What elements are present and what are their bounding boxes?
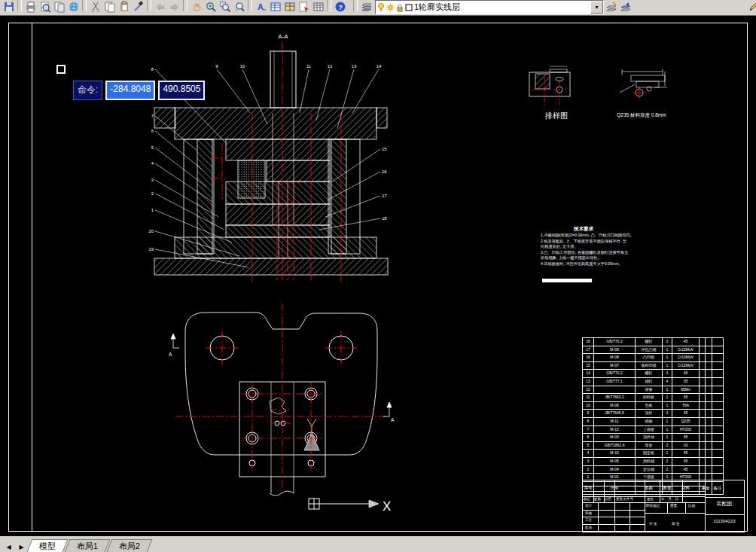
plan-view-drawing[interactable]: A A X <box>169 303 395 514</box>
section-label: A-A <box>278 33 288 40</box>
crosshair-pickbox <box>56 65 66 74</box>
plot-preview-icon[interactable] <box>38 0 52 13</box>
title-block[interactable]: 标记 处数 分区 更改文件号 签名 年、月、日 设计 审核 工艺 批准 阶段标记… <box>582 480 745 532</box>
callout: 15 <box>382 147 387 151</box>
note-line: 3.凸、凹模工作部位, 各紧固螺钉及销钉连接可靠无 <box>541 250 676 256</box>
layer-color-swatch[interactable] <box>405 2 413 13</box>
table-row[interactable]: 7M-12上模座1HT200 <box>583 426 723 435</box>
redo-icon[interactable] <box>167 0 181 13</box>
table-row[interactable]: 14GB/T70.2螺钉345 <box>583 370 723 378</box>
coordinate-y-input[interactable]: 490.8505 <box>158 81 205 100</box>
strip-layout-drawing[interactable]: 排样图 <box>529 66 570 120</box>
callout: 13 <box>352 64 357 69</box>
find-icon[interactable]: A <box>254 0 268 13</box>
table-row[interactable]: 18GB/T70.2螺钉345 <box>583 338 723 346</box>
coordinate-x-input[interactable]: -284.8048 <box>105 81 155 100</box>
match-properties-icon[interactable] <box>131 0 145 13</box>
table-row[interactable]: 10M-06垫板1T8A <box>583 402 723 410</box>
table-row[interactable]: 17M-09冲孔凸模1Cr12MoV <box>583 346 723 355</box>
toolbar-separator <box>353 0 358 11</box>
table-row[interactable]: 15M-07落料凹模1Cr12MoV <box>583 362 723 371</box>
label-mark: 标记 <box>584 497 590 502</box>
layer-freeze-sun-icon[interactable] <box>386 2 395 13</box>
toolbar-separator <box>17 0 22 11</box>
layer-previous-icon[interactable] <box>618 0 633 13</box>
part-material-label: Q235 材料厚度 0.8mm <box>617 112 666 118</box>
plan-centerlines <box>175 303 392 489</box>
layout-tab-bar: ◀ ▶ 模型 布局1 布局2 <box>0 536 756 552</box>
plot-icon[interactable] <box>23 0 38 13</box>
notes-lines: 1.冲裁间隙(双面)Z=0.04mm, 凸、凹模刃口间隙均匀。2.模具装配后, … <box>541 233 676 267</box>
label-sign: 签名 <box>647 497 654 502</box>
pan-icon[interactable] <box>189 0 203 13</box>
table-row[interactable]: 8M-11模柄1Q235 <box>583 418 723 426</box>
label-weight: 重量 <box>670 504 677 508</box>
callout: 10 <box>240 64 245 69</box>
label-check: 审核 <box>585 511 592 516</box>
layer-visibility-bulb-icon[interactable] <box>377 2 385 13</box>
label-design: 设计 <box>585 504 592 508</box>
table-row[interactable]: 4M-10固定板145 <box>583 450 723 458</box>
label-scale: 比例 <box>688 504 695 508</box>
callout: 18 <box>382 216 387 221</box>
pencil-icon[interactable] <box>746 0 756 13</box>
make-object-layer-current-icon[interactable] <box>604 0 618 13</box>
save-icon[interactable] <box>2 0 16 13</box>
callout: 12 <box>328 64 333 69</box>
cut-icon[interactable] <box>88 0 102 13</box>
toolbar-separator <box>327 0 331 11</box>
table-row[interactable]: 3M-05挡料销245 <box>583 458 723 466</box>
label-stage: 阶段标记 <box>646 504 660 508</box>
notes-highlight-bar <box>542 279 592 282</box>
callout: 14 <box>376 64 382 69</box>
label-page: 第 张 <box>672 522 679 526</box>
table-row[interactable]: 6M-03顶件块145 <box>583 434 723 442</box>
table-row[interactable]: 9JB/T7645.5顶杆345 <box>583 410 723 418</box>
layer-name: 1轮廓实线层 <box>414 2 589 13</box>
callout: 16 <box>382 169 387 174</box>
drawing-number: 111304223 <box>705 519 744 523</box>
layer-lock-icon[interactable] <box>396 2 404 13</box>
table-row[interactable]: 12弹簧165Mn <box>583 386 723 395</box>
part-detail-drawing[interactable]: Q235 材料厚度 0.8mm <box>617 69 667 118</box>
layer-combo[interactable]: 1轮廓实线层 ▼ <box>375 0 604 14</box>
tab-layout1[interactable]: 布局1 <box>65 539 111 552</box>
callout: 11 <box>306 64 312 69</box>
callout: 19 <box>148 247 154 252</box>
zoom-window-icon[interactable] <box>218 0 232 13</box>
callout: 20 <box>148 229 154 233</box>
etransmit-icon[interactable] <box>297 0 311 13</box>
zoom-previous-icon[interactable] <box>232 0 246 13</box>
note-line: 向精度良好, 无卡滞。 <box>541 244 676 250</box>
tab-layout2[interactable]: 布局2 <box>107 539 153 552</box>
publish-icon[interactable] <box>52 0 66 13</box>
callout: 2 <box>151 191 154 196</box>
bom-table[interactable]: 18GB/T70.2螺钉34517M-09冲孔凸模1Cr12MoV16M-08凸… <box>582 337 724 495</box>
section-view-drawing[interactable]: A-A <box>148 33 388 282</box>
table-row[interactable]: 2M-04定位销245 <box>583 466 723 474</box>
table-row[interactable]: 13GB/T77.1销钉435 <box>583 378 723 386</box>
help-icon[interactable]: ? <box>333 0 347 13</box>
callout: 1 <box>151 208 154 212</box>
label-process: 工艺 <box>585 518 592 523</box>
tab-nav-first-button[interactable]: ◀ <box>2 541 15 552</box>
paste-icon[interactable] <box>117 0 131 13</box>
zoom-realtime-icon[interactable] <box>203 0 218 13</box>
layer-properties-icon[interactable] <box>359 0 373 13</box>
table-row[interactable]: 16M-08凸凹模1Cr12MoV <box>583 354 723 362</box>
callout: 4 <box>151 161 154 166</box>
tab-model[interactable]: 模型 <box>27 539 69 552</box>
markup-icon[interactable] <box>282 0 297 13</box>
web-icon[interactable] <box>66 0 81 13</box>
note-line: 4.试模验收时, 冲压件毛刺高度不大于0.05mm。 <box>541 261 676 267</box>
technical-notes[interactable]: 技术要求 1.冲裁间隙(双面)Z=0.04mm, 凸、凹模刃口间隙均匀。2.模具… <box>541 226 676 267</box>
table-icon[interactable] <box>311 0 325 13</box>
undo-icon[interactable] <box>153 0 167 13</box>
table-row[interactable]: 11JB/T7653.2卸料板145 <box>583 394 723 402</box>
toolbar-separator <box>248 0 252 11</box>
sheet-set-icon[interactable] <box>268 0 282 13</box>
copy-icon[interactable] <box>102 0 117 13</box>
table-row[interactable]: 5GB/T2861.6导套220 <box>583 442 723 450</box>
tab-nav-last-button[interactable]: ▶ <box>15 541 28 552</box>
layer-dropdown-arrow[interactable]: ▼ <box>590 1 603 14</box>
